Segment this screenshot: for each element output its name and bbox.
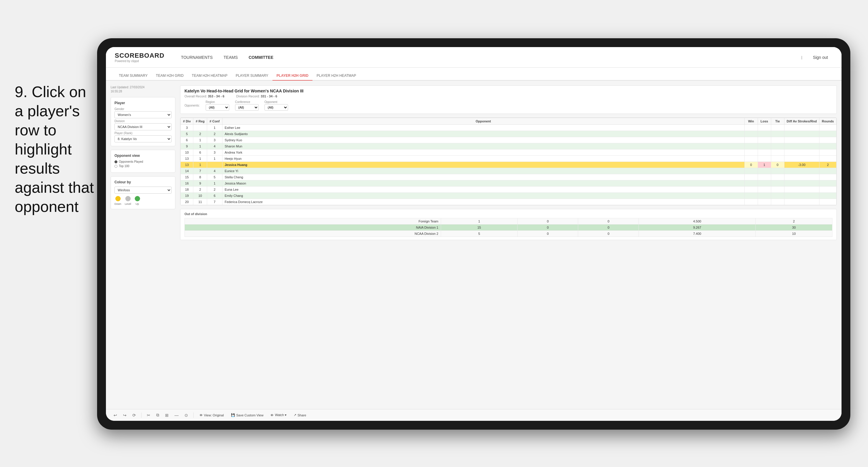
table-row[interactable]: 5 2 2 Alexis Sudjianto bbox=[181, 131, 837, 137]
division-select[interactable]: NCAA Division III bbox=[115, 123, 172, 130]
toolbar-sep-2 bbox=[193, 412, 194, 418]
sign-out-link[interactable]: Sign out bbox=[808, 53, 833, 62]
cut-button[interactable]: ✂ bbox=[145, 412, 152, 419]
conference-select[interactable]: (All) bbox=[235, 104, 259, 111]
table-row[interactable]: 15 8 5 Stella Cheng bbox=[181, 174, 837, 180]
sub-nav: TEAM SUMMARY TEAM H2H GRID TEAM H2H HEAT… bbox=[106, 68, 841, 81]
opponent-select[interactable]: (All) bbox=[265, 104, 288, 111]
cell-conf: 1 bbox=[207, 125, 222, 131]
save-custom-view-button[interactable]: 💾 Save Custom View bbox=[228, 412, 266, 418]
table-row[interactable]: 14 7 4 Eunice Yi bbox=[181, 168, 837, 174]
redo-button[interactable]: ⟳ bbox=[131, 412, 138, 419]
table-row[interactable]: 6 1 3 Sydney Kuo bbox=[181, 137, 837, 143]
table-row[interactable]: 19 10 6 Emily Chang bbox=[181, 193, 837, 199]
ood-row[interactable]: Foreign Team 1 0 0 4.500 2 bbox=[185, 218, 832, 224]
ood-title: Out of division bbox=[185, 212, 832, 216]
cell-conf: 4 bbox=[207, 168, 222, 174]
nav-teams[interactable]: TEAMS bbox=[219, 53, 243, 62]
tab-team-h2h-heatmap[interactable]: TEAM H2H HEATMAP bbox=[188, 71, 231, 81]
opponent-view-section: Opponent view Opponents Played Top 100 bbox=[111, 150, 175, 173]
cell-opponent: Andrea York bbox=[222, 150, 744, 156]
player-rank-select[interactable]: 8. Katelyn Vo bbox=[115, 135, 172, 143]
grid-button[interactable]: ⊞ bbox=[163, 412, 170, 419]
cell-conf: 6 bbox=[207, 193, 222, 199]
nav-committee[interactable]: COMMITTEE bbox=[244, 53, 278, 62]
colour-dots: Down Level Up bbox=[115, 196, 172, 206]
cell-loss bbox=[758, 168, 771, 174]
cell-win bbox=[744, 187, 758, 193]
cell-rounds bbox=[819, 180, 837, 187]
th-tie: Tie bbox=[771, 118, 784, 125]
cell-conf: 7 bbox=[207, 199, 222, 205]
dash-button[interactable]: — bbox=[173, 412, 180, 419]
ood-tie: 0 bbox=[578, 231, 639, 237]
table-row[interactable]: 10 6 3 Andrea York bbox=[181, 150, 837, 156]
data-table-wrapper: # Div # Reg # Conf Opponent Win Loss Tie… bbox=[180, 117, 837, 206]
table-row[interactable]: 13 1 Jessica Huang 0 1 0 -3.00 2 bbox=[181, 162, 837, 168]
table-row[interactable]: 13 1 1 Heejo Hyun bbox=[181, 156, 837, 162]
cell-rounds bbox=[819, 174, 837, 180]
table-row[interactable]: 3 1 Esther Lee bbox=[181, 125, 837, 131]
share-button[interactable]: ↗ Share bbox=[291, 412, 308, 418]
cell-div: 16 bbox=[181, 180, 193, 187]
colour-by-label: Colour by bbox=[115, 180, 172, 184]
cell-div: 14 bbox=[181, 168, 193, 174]
radio-opponents-played[interactable]: Opponents Played bbox=[115, 160, 172, 163]
cell-diff bbox=[784, 156, 819, 162]
tab-player-summary[interactable]: PLAYER SUMMARY bbox=[231, 71, 273, 81]
cell-diff bbox=[784, 187, 819, 193]
share-icon: ↗ bbox=[293, 413, 296, 417]
grid-header: Katelyn Vo Head-to-Head Grid for Women's… bbox=[180, 85, 837, 114]
region-select[interactable]: (All) bbox=[206, 104, 229, 111]
cell-opponent: Heejo Hyun bbox=[222, 156, 744, 162]
cell-rounds bbox=[819, 193, 837, 199]
cell-loss bbox=[758, 187, 771, 193]
ood-row[interactable]: NAIA Division 1 15 0 0 9.267 30 bbox=[185, 224, 832, 231]
cell-tie bbox=[771, 174, 784, 180]
cell-div: 13 bbox=[181, 156, 193, 162]
cell-conf: 3 bbox=[207, 150, 222, 156]
nav-tournaments[interactable]: TOURNAMENTS bbox=[176, 53, 217, 62]
redo-step-button[interactable]: ↪ bbox=[121, 412, 128, 419]
cell-reg bbox=[193, 125, 207, 131]
watch-button[interactable]: 👁 Watch ▾ bbox=[268, 412, 289, 418]
cell-div: 9 bbox=[181, 143, 193, 150]
ood-row[interactable]: NCAA Division 2 5 0 0 7.400 10 bbox=[185, 231, 832, 237]
cell-diff bbox=[784, 150, 819, 156]
table-row[interactable]: 18 2 2 Euna Lee bbox=[181, 187, 837, 193]
cell-conf: 1 bbox=[207, 156, 222, 162]
cell-conf: 2 bbox=[207, 187, 222, 193]
cell-tie bbox=[771, 150, 784, 156]
cell-win: 0 bbox=[744, 162, 758, 168]
colour-label-up: Up bbox=[136, 203, 139, 206]
undo-button[interactable]: ↩ bbox=[112, 412, 119, 419]
cell-rounds bbox=[819, 131, 837, 137]
cell-win bbox=[744, 193, 758, 199]
opponent-filter: Opponent (All) bbox=[265, 100, 288, 111]
ood-rounds: 30 bbox=[755, 224, 832, 231]
filters-row: Opponents: Region (All) Conference (All) bbox=[185, 100, 832, 111]
top-nav: SCOREBOARD Powered by clippd TOURNAMENTS… bbox=[106, 47, 841, 68]
tab-team-summary[interactable]: TEAM SUMMARY bbox=[115, 71, 152, 81]
cell-conf: 3 bbox=[207, 137, 222, 143]
copy-button[interactable]: ⧉ bbox=[154, 411, 161, 419]
ood-loss: 0 bbox=[518, 218, 578, 224]
share-label: Share bbox=[298, 413, 306, 417]
circle-button[interactable]: ⊙ bbox=[183, 412, 190, 419]
gender-select[interactable]: Women's bbox=[115, 111, 172, 118]
tab-player-h2h-heatmap[interactable]: PLAYER H2H HEATMAP bbox=[312, 71, 360, 81]
view-original-button[interactable]: 👁 View: Original bbox=[197, 412, 226, 418]
radio-top100[interactable]: Top 100 bbox=[115, 164, 172, 168]
ood-diff: 9.267 bbox=[639, 224, 755, 231]
colour-by-select[interactable]: Win/loss bbox=[115, 187, 172, 194]
table-row[interactable]: 16 9 1 Jessica Mason bbox=[181, 180, 837, 187]
tab-team-h2h-grid[interactable]: TEAM H2H GRID bbox=[152, 71, 188, 81]
table-row[interactable]: 20 11 7 Federica Domecq Lacroze bbox=[181, 199, 837, 205]
grid-records: Overall Record: 353 - 34 - 6 Division Re… bbox=[185, 94, 832, 98]
overall-record-value: 353 - 34 - 6 bbox=[208, 94, 224, 98]
ood-win: 1 bbox=[441, 218, 518, 224]
toolbar-sep-1 bbox=[141, 412, 142, 418]
watch-label: Watch ▾ bbox=[275, 413, 287, 417]
table-row[interactable]: 9 1 4 Sharon Mun bbox=[181, 143, 837, 150]
tab-player-h2h-grid[interactable]: PLAYER H2H GRID bbox=[273, 71, 312, 81]
